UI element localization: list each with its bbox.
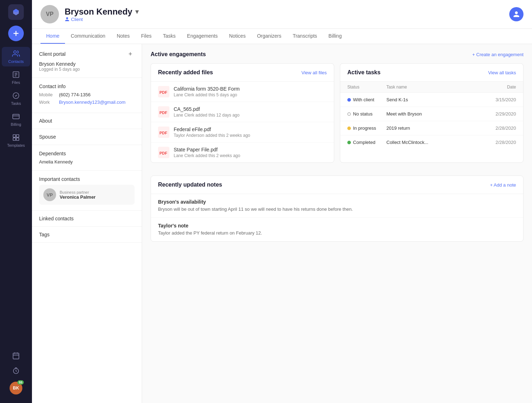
files-list: PDF California form 3520-BE Form Lane Cl… bbox=[151, 82, 334, 162]
tab-notices[interactable]: Notices bbox=[223, 29, 251, 44]
app-logo bbox=[8, 4, 24, 20]
tab-home[interactable]: Home bbox=[40, 29, 65, 44]
tags-section[interactable]: Tags bbox=[32, 227, 142, 243]
main-content: VP Bryson Kennedy ▾ Client HomeCommunica… bbox=[32, 0, 532, 403]
file-row[interactable]: PDF Federal eFile.pdf Taylor Anderson ad… bbox=[151, 122, 334, 143]
tab-tasks[interactable]: Tasks bbox=[157, 29, 181, 44]
ic-avatar: VP bbox=[43, 188, 56, 201]
col-status: Status bbox=[347, 85, 386, 90]
task-row[interactable]: With client Send K-1s 3/15/2020 bbox=[340, 93, 523, 107]
view-all-tasks-button[interactable]: View all tasks bbox=[488, 70, 516, 75]
header-user-icon[interactable] bbox=[509, 7, 523, 21]
file-info: California form 3520-BE Form Lane Clerk … bbox=[174, 86, 327, 97]
note-item[interactable]: Bryson's availability Bryson will be out… bbox=[151, 194, 523, 218]
svg-rect-7 bbox=[16, 138, 19, 140]
portal-user-name: Bryson Kennedy bbox=[39, 61, 135, 67]
work-email-row: Work Bryson.kennedy123@gmail.com bbox=[39, 100, 135, 105]
important-contacts-section: Important contacts VP Business partner V… bbox=[32, 171, 142, 211]
note-title: Taylor's note bbox=[158, 223, 516, 229]
dependents-title: Dependents bbox=[39, 151, 66, 156]
file-row[interactable]: PDF CA_565.pdf Lane Clerk added this 12 … bbox=[151, 102, 334, 122]
task-row[interactable]: No status Meet with Bryson 2/29/2020 bbox=[340, 107, 523, 121]
templates-icon bbox=[12, 134, 20, 142]
view-all-files-button[interactable]: View all files bbox=[302, 70, 327, 75]
sidebar-item-templates[interactable]: Templates bbox=[2, 131, 30, 150]
ic-info: Business partner Veronica Palmer bbox=[60, 190, 96, 200]
tab-files[interactable]: Files bbox=[135, 29, 157, 44]
content-area: Client portal + Bryson Kennedy Logged in… bbox=[32, 44, 532, 403]
contacts-icon bbox=[12, 50, 20, 58]
left-panel: Client portal + Bryson Kennedy Logged in… bbox=[32, 44, 142, 403]
tab-engagements[interactable]: Engagements bbox=[181, 29, 223, 44]
task-row[interactable]: In progress 2019 return 2/28/2020 bbox=[340, 121, 523, 135]
sidebar-item-files[interactable]: Files bbox=[2, 68, 30, 87]
tab-transcripts[interactable]: Transcripts bbox=[287, 29, 323, 44]
portal-user: Bryson Kennedy Logged in 5 days ago bbox=[39, 61, 135, 72]
timer-icon[interactable] bbox=[12, 367, 20, 376]
svg-text:PDF: PDF bbox=[159, 151, 167, 155]
user-badge: 55 bbox=[17, 380, 24, 385]
file-meta: Lane Clerk added this 5 days ago bbox=[174, 92, 327, 97]
status-label: In progress bbox=[353, 125, 376, 131]
file-meta: Lane Clerk added this 12 days ago bbox=[174, 113, 327, 118]
svg-point-0 bbox=[14, 51, 16, 53]
task-date: 2/28/2020 bbox=[488, 125, 516, 131]
about-section[interactable]: About bbox=[32, 113, 142, 129]
add-note-button[interactable]: + Add a note bbox=[490, 182, 516, 188]
status-label: With client bbox=[353, 97, 374, 102]
task-name: 2019 return bbox=[386, 125, 488, 131]
sidebar-label-templates: Templates bbox=[7, 143, 25, 147]
sidebar-item-contacts[interactable]: Contacts bbox=[2, 47, 30, 66]
right-panel: Active engagements + Create an engagemen… bbox=[142, 44, 532, 403]
important-contact-card[interactable]: VP Business partner Veronica Palmer bbox=[39, 185, 135, 205]
create-engagement-button[interactable]: + Create an engagement bbox=[472, 52, 523, 57]
billing-icon bbox=[12, 113, 20, 121]
task-row[interactable]: Completed Collect McClintock... 2/28/202… bbox=[340, 135, 523, 149]
file-pdf-icon: PDF bbox=[158, 106, 169, 118]
tasks-card-title: Active tasks bbox=[347, 69, 380, 76]
task-date: 2/29/2020 bbox=[488, 111, 516, 117]
important-contacts-title: Important contacts bbox=[39, 176, 80, 182]
svg-text:PDF: PDF bbox=[159, 111, 167, 115]
linked-contacts-section[interactable]: Linked contacts bbox=[32, 211, 142, 227]
tab-organizers[interactable]: Organizers bbox=[251, 29, 287, 44]
task-status: No status bbox=[347, 111, 386, 117]
tasks-icon bbox=[12, 92, 20, 100]
svg-rect-6 bbox=[13, 138, 16, 140]
client-portal-section: Client portal + Bryson Kennedy Logged in… bbox=[32, 44, 142, 78]
work-email-value[interactable]: Bryson.kennedy123@gmail.com bbox=[59, 100, 125, 105]
file-info: CA_565.pdf Lane Clerk added this 12 days… bbox=[174, 106, 327, 118]
task-date: 3/15/2020 bbox=[488, 97, 516, 102]
tab-communication[interactable]: Communication bbox=[65, 29, 111, 44]
tab-billing[interactable]: Billing bbox=[323, 29, 347, 44]
note-title: Bryson's availability bbox=[158, 199, 516, 205]
task-status: With client bbox=[347, 97, 386, 102]
add-button[interactable] bbox=[8, 26, 24, 41]
calendar-icon[interactable] bbox=[12, 352, 20, 361]
tab-notes[interactable]: Notes bbox=[111, 29, 136, 44]
task-name: Meet with Bryson bbox=[386, 111, 488, 117]
col-task-name: Task name bbox=[386, 85, 488, 90]
status-label: Completed bbox=[353, 140, 375, 145]
sidebar-item-tasks[interactable]: Tasks bbox=[2, 89, 30, 108]
sidebar-item-billing[interactable]: Billing bbox=[2, 110, 30, 129]
mobile-value: (602) 774-1356 bbox=[59, 92, 91, 97]
file-pdf-icon: PDF bbox=[158, 86, 169, 97]
spouse-section[interactable]: Spouse bbox=[32, 129, 142, 145]
note-body: Bryson will be out of town starting Apri… bbox=[158, 206, 516, 213]
svg-rect-3 bbox=[13, 114, 19, 119]
sidebar-label-billing: Billing bbox=[11, 122, 21, 127]
name-dropdown-icon[interactable]: ▾ bbox=[135, 8, 139, 16]
dependents-section: Dependents Amelia Kennedy bbox=[32, 145, 142, 171]
note-item[interactable]: Taylor's note Taylor added the PY federa… bbox=[151, 218, 523, 241]
file-row[interactable]: PDF California form 3520-BE Form Lane Cl… bbox=[151, 82, 334, 102]
status-dot bbox=[347, 141, 351, 144]
svg-rect-4 bbox=[13, 135, 16, 137]
notes-list: Bryson's availability Bryson will be out… bbox=[151, 194, 523, 241]
user-avatar[interactable]: BK 55 bbox=[10, 382, 22, 394]
file-row[interactable]: PDF State Paper File.pdf Lane Clerk adde… bbox=[151, 143, 334, 162]
contact-role[interactable]: Client bbox=[65, 17, 504, 22]
client-portal-add-button[interactable]: + bbox=[126, 50, 135, 58]
task-status: Completed bbox=[347, 140, 386, 145]
status-dot bbox=[347, 127, 351, 130]
